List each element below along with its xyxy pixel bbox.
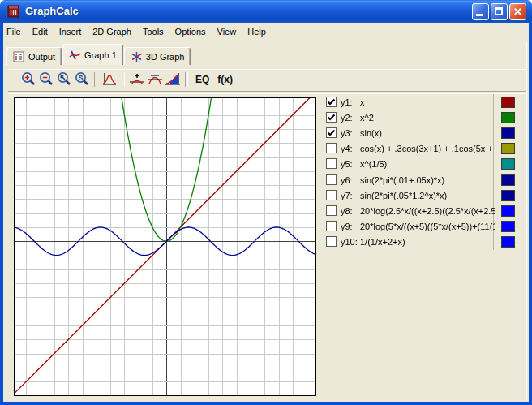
fx-button[interactable]: f(x) xyxy=(217,74,233,85)
equation-name: y7: xyxy=(341,191,353,200)
window-controls: ✕ xyxy=(472,3,526,20)
close-button[interactable]: ✕ xyxy=(509,3,526,20)
equation-name: y4: xyxy=(341,144,353,153)
divider xyxy=(8,91,526,94)
equation-checkbox[interactable] xyxy=(326,221,337,231)
menu-2d-graph[interactable]: 2D Graph xyxy=(89,23,135,37)
zoom-in-button[interactable] xyxy=(19,71,37,88)
equation-checkbox[interactable] xyxy=(326,190,337,200)
equation-name: y6: xyxy=(341,175,353,185)
equation-checkbox[interactable] xyxy=(326,236,337,247)
menu-options[interactable]: Options xyxy=(172,23,209,37)
find-root-button[interactable] xyxy=(146,71,164,88)
equation-color-swatch[interactable] xyxy=(501,221,515,232)
equation-row: y3:sin(x) xyxy=(3,127,529,140)
equation-name: y5: xyxy=(341,159,353,169)
equation-checkbox[interactable] xyxy=(326,97,337,107)
tab-label: 3D Graph xyxy=(146,52,185,62)
equation-checkbox[interactable] xyxy=(326,158,337,169)
graph2d-tab-icon xyxy=(69,50,81,61)
zoom-out-button[interactable] xyxy=(37,71,55,88)
equation-checkbox[interactable] xyxy=(326,112,337,123)
toolbar-separator xyxy=(122,72,125,87)
equation-color-swatch[interactable] xyxy=(501,158,515,170)
maximize-button[interactable] xyxy=(491,3,508,20)
equation-name: y9: xyxy=(341,222,353,231)
tab-output[interactable]: Output xyxy=(6,47,62,65)
equation-row: y2:x^2 xyxy=(3,112,529,125)
close-icon: ✕ xyxy=(510,5,526,19)
menu-file[interactable]: File xyxy=(3,23,24,37)
equation-expression[interactable]: x^(1/5) xyxy=(360,159,495,169)
equation-color-swatch[interactable] xyxy=(501,236,515,248)
equation-name: y1: xyxy=(341,97,353,107)
equation-color-swatch[interactable] xyxy=(501,190,515,201)
equation-row: y10:1/(1/x+2+x) xyxy=(3,236,529,249)
equation-row: y7:sin(2*pi*(.05*1.2^x)*x) xyxy=(3,190,529,203)
zoom-standard-button[interactable]: S xyxy=(73,71,91,88)
equation-checkbox[interactable] xyxy=(326,143,337,153)
equation-color-swatch[interactable] xyxy=(501,127,515,139)
svg-text:S: S xyxy=(78,73,83,81)
equation-name: y8: xyxy=(341,206,353,216)
trace-button[interactable] xyxy=(128,71,146,88)
equation-row: y1:x xyxy=(3,97,529,110)
equation-expression[interactable]: sin(2*pi*(.01+.05x)*x) xyxy=(360,175,495,185)
equation-expression[interactable]: cos(x) + .3cos(3x+1) + .1cos(5x + 8) xyxy=(360,144,495,153)
graph3d-tab-icon xyxy=(131,51,143,62)
equation-checkbox[interactable] xyxy=(326,174,337,185)
tab-3d-graph[interactable]: 3D Graph xyxy=(124,47,191,65)
toolbar-separator xyxy=(94,72,97,87)
menu-tools[interactable]: Tools xyxy=(139,23,167,37)
menu-bar: FileEditInsert2D GraphToolsOptionsViewHe… xyxy=(3,23,529,41)
equation-row: y5:x^(1/5) xyxy=(3,158,529,171)
menu-insert[interactable]: Insert xyxy=(56,23,85,37)
title-bar[interactable]: GraphCalc ✕ xyxy=(0,0,532,23)
eq-button[interactable]: EQ xyxy=(195,74,209,85)
tab-bar: OutputGraph 13D Graph xyxy=(6,44,191,65)
minimize-button[interactable] xyxy=(472,3,489,20)
window: GraphCalc ✕ FileEditInsert2D GraphToolsO… xyxy=(0,0,532,405)
zoom-previous-button[interactable] xyxy=(55,71,73,88)
equation-row: y8:20*log(2.5*x/((x+2.5)((2.5*x/(x+2.5)) xyxy=(3,205,529,218)
equation-expression[interactable]: 20*log(2.5*x/((x+2.5)((2.5*x/(x+2.5)) xyxy=(360,206,495,216)
tab-label: Graph 1 xyxy=(84,50,117,60)
minimize-icon xyxy=(476,14,483,16)
equation-name: y10: xyxy=(341,237,358,247)
equation-row: y6:sin(2*pi*(.01+.05x)*x) xyxy=(3,174,529,187)
tab-label: Output xyxy=(28,52,55,62)
equation-name: y3: xyxy=(341,128,353,138)
equation-color-swatch[interactable] xyxy=(501,97,515,108)
equation-expression[interactable]: sin(2*pi*(.05*1.2^x)*x) xyxy=(360,191,495,200)
equation-color-swatch[interactable] xyxy=(501,205,515,217)
distribution-button[interactable] xyxy=(101,71,118,88)
panel-edge-highlight xyxy=(526,42,527,400)
equation-color-swatch[interactable] xyxy=(501,143,515,154)
equation-expression[interactable]: x^2 xyxy=(360,113,495,123)
integrate-button[interactable] xyxy=(164,71,182,88)
output-tab-icon xyxy=(13,51,25,62)
equation-expression[interactable]: sin(x) xyxy=(360,128,495,138)
equation-checkbox[interactable] xyxy=(326,127,337,138)
client-area: FileEditInsert2D GraphToolsOptionsViewHe… xyxy=(3,23,529,402)
equation-expression[interactable]: 1/(1/x+2+x) xyxy=(360,237,495,247)
equation-color-swatch[interactable] xyxy=(501,174,515,186)
equation-checkbox[interactable] xyxy=(326,205,337,216)
equation-name: y2: xyxy=(341,113,353,123)
tab-graph-1[interactable]: Graph 1 xyxy=(62,44,123,65)
equation-color-swatch[interactable] xyxy=(501,112,515,123)
equation-row: y4:cos(x) + .3cos(3x+1) + .1cos(5x + 8) xyxy=(3,143,529,156)
menu-view[interactable]: View xyxy=(214,23,240,37)
window-title: GraphCalc xyxy=(25,5,79,17)
equation-row: y9:20*log(5*x/((x+5)((5*x/(x+5))+(11(10 xyxy=(3,221,529,234)
toolbar-separator xyxy=(185,72,188,87)
toolbar: S EQ f(x) xyxy=(19,70,237,89)
menu-edit[interactable]: Edit xyxy=(29,23,51,37)
app-icon xyxy=(7,5,20,18)
equation-expression[interactable]: x xyxy=(360,97,495,107)
maximize-icon xyxy=(495,7,503,15)
equation-expression[interactable]: 20*log(5*x/((x+5)((5*x/(x+5))+(11(10 xyxy=(360,222,495,231)
menu-help[interactable]: Help xyxy=(244,23,269,37)
